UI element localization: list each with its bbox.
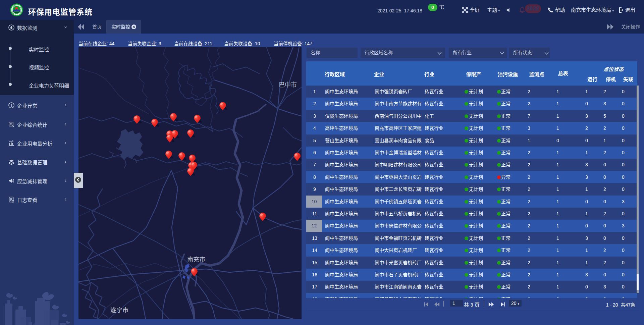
svg-text:遂宁市: 遂宁市 xyxy=(110,305,128,314)
svg-text:南充市: 南充市 xyxy=(187,255,205,263)
svg-text:巴中市: 巴中市 xyxy=(279,80,297,89)
